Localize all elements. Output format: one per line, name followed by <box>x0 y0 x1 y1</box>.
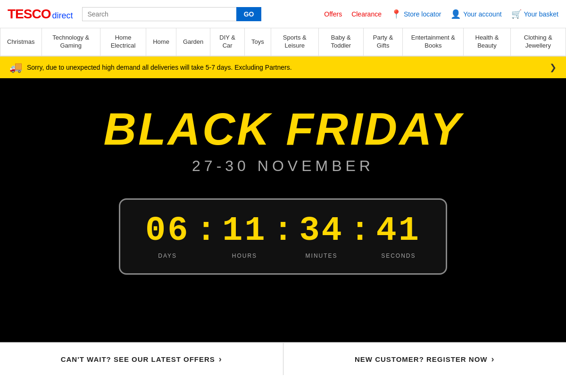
hours-value: 11 <box>222 214 266 248</box>
offers-link[interactable]: Offers <box>324 10 342 18</box>
nav-item-home[interactable]: Home <box>146 28 176 56</box>
hero-subtitle: 27-30 NOVEMBER <box>192 157 374 175</box>
alert-banner: 🚚 Sorry, due to unexpected high demand a… <box>0 57 566 78</box>
cta-register-arrow: › <box>491 354 495 364</box>
nav-item-technology---gaming[interactable]: Technology & Gaming <box>42 28 100 56</box>
cta-offers-label: CAN'T WAIT? SEE OUR LATEST OFFERS <box>61 355 215 363</box>
days-value: 06 <box>145 214 190 248</box>
colon-3: : <box>345 214 375 248</box>
nav-item-garden[interactable]: Garden <box>176 28 210 56</box>
days-label: DAYS <box>158 253 177 259</box>
colon-1: : <box>191 214 221 248</box>
basket-icon: 🛒 <box>511 9 522 19</box>
nav-item-christmas[interactable]: Christmas <box>0 28 42 56</box>
minutes-value: 34 <box>299 214 343 248</box>
minutes-segment: 34 MINUTES <box>298 214 345 259</box>
nav-item-diy---car[interactable]: DIY & Car <box>210 28 245 56</box>
header: TESCO direct GO Offers Clearance 📍 Store… <box>0 0 566 28</box>
cta-register-label: NEW CUSTOMER? REGISTER NOW <box>355 355 488 363</box>
nav-item-toys[interactable]: Toys <box>245 28 271 56</box>
days-segment: 06 DAYS <box>144 214 191 259</box>
minutes-label: MINUTES <box>306 253 338 259</box>
cta-offers-button[interactable]: CAN'T WAIT? SEE OUR LATEST OFFERS › <box>0 343 283 375</box>
nav-item-health---beauty[interactable]: Health & Beauty <box>464 28 510 56</box>
logo-direct: direct <box>52 11 73 21</box>
logo[interactable]: TESCO direct <box>8 7 73 22</box>
seconds-label: SECONDS <box>381 253 416 259</box>
nav-item-party---gifts[interactable]: Party & Gifts <box>364 28 403 56</box>
nav-item-sports---leisure[interactable]: Sports & Leisure <box>271 28 319 56</box>
person-icon: 👤 <box>450 9 461 19</box>
nav-item-home-electrical[interactable]: Home Electrical <box>100 28 146 56</box>
hours-segment: 11 HOURS <box>221 214 268 259</box>
header-links: Offers Clearance 📍 Store locator 👤 Your … <box>324 9 558 19</box>
cta-offers-arrow: › <box>219 354 222 364</box>
account-link[interactable]: 👤 Your account <box>450 9 501 19</box>
nav-item-entertainment---books[interactable]: Entertainment & Books <box>403 28 464 56</box>
logo-tesco: TESCO <box>8 7 50 22</box>
search-button[interactable]: GO <box>236 7 262 21</box>
nav-item-clothing---jewellery[interactable]: Clothing & Jewellery <box>511 28 566 56</box>
alert-close-button[interactable]: ❯ <box>549 62 557 73</box>
cta-register-button[interactable]: NEW CUSTOMER? REGISTER NOW › <box>283 343 566 375</box>
colon-2: : <box>268 214 298 248</box>
nav-item-baby---toddler[interactable]: Baby & Toddler <box>319 28 364 56</box>
clearance-link[interactable]: Clearance <box>351 10 382 18</box>
location-icon: 📍 <box>391 9 401 19</box>
hero-section: BLACK FRIDAY 27-30 NOVEMBER 06 DAYS : 11… <box>0 78 566 342</box>
alert-message: Sorry, due to unexpected high demand all… <box>27 64 292 71</box>
seconds-segment: 41 SECONDS <box>375 214 422 259</box>
delivery-icon: 🚚 <box>9 61 22 74</box>
hours-label: HOURS <box>232 253 257 259</box>
alert-content: 🚚 Sorry, due to unexpected high demand a… <box>9 61 292 74</box>
cta-row: CAN'T WAIT? SEE OUR LATEST OFFERS › NEW … <box>0 342 566 375</box>
store-locator-link[interactable]: 📍 Store locator <box>391 9 441 19</box>
hero-title: BLACK FRIDAY <box>104 106 463 152</box>
search-container: GO <box>82 7 261 21</box>
main-nav: ChristmasTechnology & GamingHome Electri… <box>0 28 566 57</box>
search-input[interactable] <box>82 7 236 21</box>
countdown-clock: 06 DAYS : 11 HOURS : 34 MINUTES : 41 SEC… <box>119 198 447 275</box>
basket-link[interactable]: 🛒 Your basket <box>511 9 558 19</box>
seconds-value: 41 <box>376 214 421 248</box>
